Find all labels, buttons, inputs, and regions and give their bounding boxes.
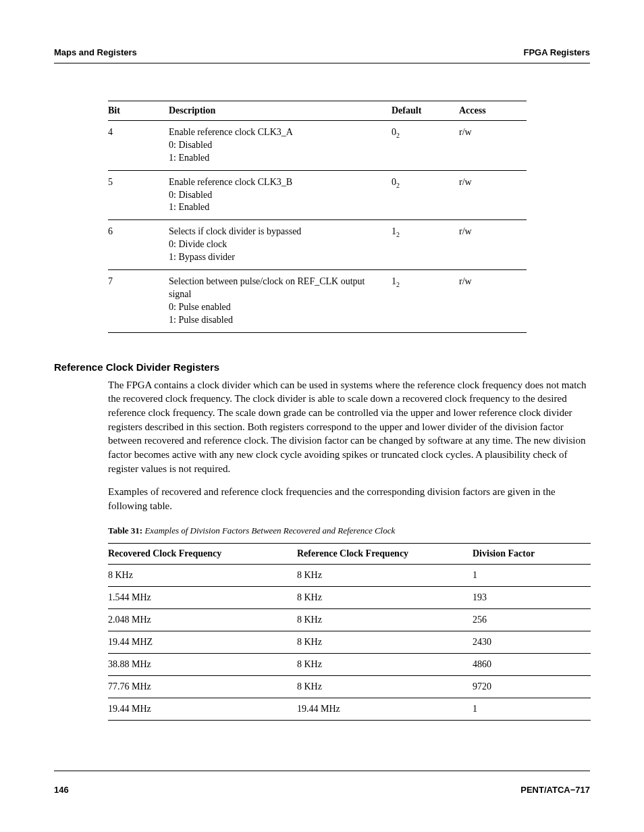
bit-table-body: 4Enable reference clock CLK3_A0: Disable… xyxy=(108,121,527,333)
page-footer: 146 PENT/ATCA−717 xyxy=(54,771,590,795)
table-row: 8 KHz8 KHz1 xyxy=(108,564,591,586)
cell-description: Selection between pulse/clock on REF_CLK… xyxy=(169,270,392,333)
table-row: 6Selects if clock divider is bypassed0: … xyxy=(108,220,527,270)
table-row: 38.88 MHz8 KHz4860 xyxy=(108,653,591,675)
col-header-division: Division Factor xyxy=(473,543,591,564)
cell-reference: 8 KHz xyxy=(297,675,473,698)
caption-text: Examples of Division Factors Between Rec… xyxy=(142,525,395,536)
col-header-recovered: Recovered Clock Frequency xyxy=(108,543,297,564)
cell-recovered: 2.048 MHz xyxy=(108,608,297,631)
caption-label: Table 31: xyxy=(108,525,142,536)
cell-recovered: 38.88 MHz xyxy=(108,653,297,675)
col-header-reference: Reference Clock Frequency xyxy=(297,543,473,564)
cell-description: Enable reference clock CLK3_A0: Disabled… xyxy=(169,121,392,171)
cell-access: r/w xyxy=(459,170,527,220)
cell-default: 02 xyxy=(392,121,459,171)
col-header-bit: Bit xyxy=(108,101,169,121)
header-right: FPGA Registers xyxy=(524,47,591,57)
table-row: 7Selection between pulse/clock on REF_CL… xyxy=(108,270,527,333)
cell-access: r/w xyxy=(459,270,527,333)
cell-recovered: 8 KHz xyxy=(108,564,297,586)
paragraph-2: Examples of recovered and reference cloc… xyxy=(108,485,590,513)
cell-access: r/w xyxy=(459,121,527,171)
table-row: 4Enable reference clock CLK3_A0: Disable… xyxy=(108,121,527,171)
document-id: PENT/ATCA−717 xyxy=(520,785,590,795)
cell-bit: 7 xyxy=(108,270,169,333)
cell-reference: 8 KHz xyxy=(297,564,473,586)
table-row: 77.76 MHz8 KHz9720 xyxy=(108,675,591,698)
cell-default: 02 xyxy=(392,170,459,220)
cell-division: 193 xyxy=(473,586,591,608)
cell-reference: 19.44 MHz xyxy=(297,698,473,720)
table-row: 5Enable reference clock CLK3_B0: Disable… xyxy=(108,170,527,220)
cell-division: 4860 xyxy=(473,653,591,675)
cell-division: 9720 xyxy=(473,675,591,698)
table-row: 19.44 MHz19.44 MHz1 xyxy=(108,698,591,720)
freq-table-body: 8 KHz8 KHz11.544 MHz8 KHz1932.048 MHz8 K… xyxy=(108,564,591,720)
cell-default: 12 xyxy=(392,220,459,270)
table-row: 2.048 MHz8 KHz256 xyxy=(108,608,591,631)
cell-division: 1 xyxy=(473,564,591,586)
cell-reference: 8 KHz xyxy=(297,586,473,608)
col-header-access: Access xyxy=(459,101,527,121)
bit-register-table: Bit Description Default Access 4Enable r… xyxy=(108,101,527,333)
cell-division: 256 xyxy=(473,608,591,631)
frequency-table: Recovered Clock Frequency Reference Cloc… xyxy=(108,543,591,721)
cell-reference: 8 KHz xyxy=(297,653,473,675)
col-header-default: Default xyxy=(392,101,459,121)
cell-default: 12 xyxy=(392,270,459,333)
cell-division: 1 xyxy=(473,698,591,720)
cell-bit: 5 xyxy=(108,170,169,220)
table-row: 1.544 MHz8 KHz193 xyxy=(108,586,591,608)
table-caption: Table 31: Examples of Division Factors B… xyxy=(108,525,590,536)
cell-recovered: 19.44 MHZ xyxy=(108,631,297,653)
cell-division: 2430 xyxy=(473,631,591,653)
table-row: 19.44 MHZ8 KHz2430 xyxy=(108,631,591,653)
cell-recovered: 1.544 MHz xyxy=(108,586,297,608)
cell-access: r/w xyxy=(459,220,527,270)
cell-bit: 6 xyxy=(108,220,169,270)
cell-reference: 8 KHz xyxy=(297,631,473,653)
cell-bit: 4 xyxy=(108,121,169,171)
cell-recovered: 77.76 MHz xyxy=(108,675,297,698)
cell-reference: 8 KHz xyxy=(297,608,473,631)
paragraph-1: The FPGA contains a clock divider which … xyxy=(108,378,590,476)
cell-description: Enable reference clock CLK3_B0: Disabled… xyxy=(169,170,392,220)
col-header-description: Description xyxy=(169,101,392,121)
page-number: 146 xyxy=(54,785,69,795)
section-heading: Reference Clock Divider Registers xyxy=(54,361,590,373)
cell-recovered: 19.44 MHz xyxy=(108,698,297,720)
header-left: Maps and Registers xyxy=(54,47,137,57)
cell-description: Selects if clock divider is bypassed0: D… xyxy=(169,220,392,270)
page-header: Maps and Registers FPGA Registers xyxy=(54,47,590,63)
